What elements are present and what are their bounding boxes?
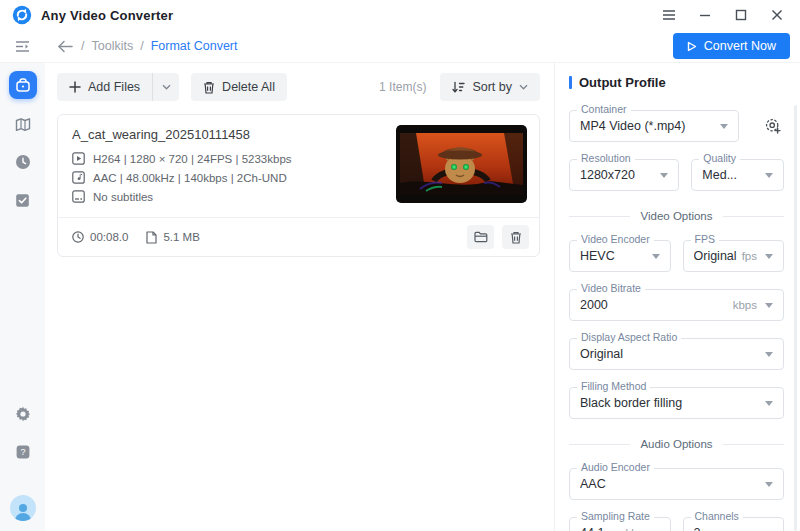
breadcrumb-current: Format Convert: [151, 39, 238, 53]
fps-value: Original: [694, 249, 738, 263]
add-files-label: Add Files: [88, 80, 140, 94]
video-encoder-label: Video Encoder: [577, 233, 654, 245]
audio-options-label: Audio Options: [640, 438, 712, 450]
resolution-value: 1280x720: [580, 168, 660, 182]
minimize-button[interactable]: [694, 5, 716, 25]
video-info-row: H264 | 1280 × 720 | 24FPS | 5233kbps: [72, 152, 386, 165]
delete-all-button[interactable]: Delete All: [191, 73, 287, 101]
channels-select[interactable]: Channels 2: [683, 517, 785, 531]
sampling-rate-value: 44.1: [580, 526, 622, 531]
open-folder-button[interactable]: [467, 225, 494, 249]
chevron-down-icon: [660, 173, 668, 178]
video-options-label: Video Options: [640, 210, 712, 222]
sidebar-item-tasks[interactable]: [10, 187, 36, 213]
file-card-footer: 00:08.0 5.1 MB: [58, 217, 539, 256]
settings-gear-icon[interactable]: [10, 401, 36, 427]
svg-text:?: ?: [20, 447, 25, 457]
container-select[interactable]: Container MP4 Video (*.mp4): [569, 110, 739, 142]
video-bitrate-input[interactable]: Video Bitrate 2000 kbps: [569, 289, 784, 321]
video-thumbnail[interactable]: [396, 125, 527, 203]
filling-method-label: Filling Method: [577, 380, 650, 392]
add-files-split-button: Add Files: [57, 73, 179, 101]
container-value: MP4 Video (*.mp4): [580, 119, 720, 133]
trash-icon: [203, 81, 215, 94]
output-profile-panel: Output Profile Container MP4 Video (*.mp…: [555, 63, 800, 531]
breadcrumb: / Toolkits / Format Convert: [81, 39, 238, 53]
audio-info-row: AAC | 48.00kHz | 140kbps | 2Ch-UND: [72, 171, 386, 184]
panel-header: Output Profile: [569, 75, 784, 90]
file-list-area: Add Files Delete All 1 Item(s) Sort by: [45, 63, 555, 531]
video-options-divider: Video Options: [569, 208, 784, 224]
delete-file-button[interactable]: [502, 225, 529, 249]
toolbox-icon: [15, 77, 31, 93]
fps-unit: fps: [742, 250, 757, 262]
filling-method-select[interactable]: Filling Method Black border filling: [569, 387, 784, 419]
video-bitrate-value: 2000: [580, 298, 729, 312]
file-duration: 00:08.0: [90, 231, 128, 243]
sidebar: ?: [0, 63, 45, 531]
sort-by-button[interactable]: Sort by: [440, 73, 540, 101]
item-count: 1 Item(s): [379, 80, 426, 94]
sidebar-item-history[interactable]: [10, 149, 36, 175]
video-encoder-select[interactable]: Video Encoder HEVC: [569, 240, 671, 272]
add-files-button[interactable]: Add Files: [57, 73, 152, 101]
quality-label: Quality: [699, 152, 740, 164]
quality-value: Med...: [702, 168, 765, 182]
video-info: H264 | 1280 × 720 | 24FPS | 5233kbps: [93, 153, 292, 165]
file-info: A_cat_wearing_202510111458 H264 | 1280 ×…: [72, 125, 386, 209]
clock-icon: [72, 231, 84, 243]
chevron-down-icon: [765, 173, 773, 178]
quality-select[interactable]: Quality Med...: [691, 159, 784, 191]
add-custom-profile-icon[interactable]: [762, 115, 784, 137]
file-item-card[interactable]: A_cat_wearing_202510111458 H264 | 1280 ×…: [57, 114, 540, 257]
scrollbar[interactable]: [794, 105, 797, 531]
breadcrumb-separator: /: [140, 39, 143, 53]
fps-label: FPS: [691, 233, 719, 245]
app-window: Any Video Converter / Toolkits: [0, 0, 800, 531]
user-avatar[interactable]: [10, 495, 36, 521]
folder-icon: [474, 231, 488, 243]
channels-value: 2: [694, 526, 766, 531]
video-encoder-value: HEVC: [580, 249, 652, 263]
convert-now-button[interactable]: Convert Now: [673, 33, 790, 59]
channels-label: Channels: [691, 510, 743, 522]
audio-encoder-value: AAC: [580, 477, 765, 491]
file-name: A_cat_wearing_202510111458: [72, 127, 386, 142]
file-icon: [146, 231, 157, 244]
audio-info: AAC | 48.00kHz | 140kbps | 2Ch-UND: [93, 172, 287, 184]
display-aspect-ratio-select[interactable]: Display Aspect Ratio Original: [569, 338, 784, 370]
chevron-down-icon: [765, 352, 773, 357]
back-arrow-icon[interactable]: [57, 40, 73, 53]
chevron-down-icon: [765, 303, 773, 308]
maximize-button[interactable]: [730, 5, 752, 25]
menu-icon[interactable]: [658, 5, 680, 25]
container-label: Container: [577, 103, 631, 115]
sidebar-collapse-icon[interactable]: [0, 40, 45, 53]
convert-now-label: Convert Now: [704, 39, 776, 53]
chevron-down-icon: [765, 254, 773, 259]
sort-by-label: Sort by: [472, 80, 512, 94]
app-logo-icon: [12, 5, 32, 25]
display-aspect-ratio-value: Original: [580, 347, 765, 361]
sampling-rate-select[interactable]: Sampling Rate 44.1 khz: [569, 517, 671, 531]
breadcrumb-separator: /: [81, 39, 84, 53]
sidebar-item-converter[interactable]: [9, 71, 37, 99]
accent-bar: [569, 76, 572, 89]
breadcrumb-toolkits[interactable]: Toolkits: [91, 39, 133, 53]
chevron-down-icon: [765, 401, 773, 406]
size-stat: 5.1 MB: [146, 231, 199, 244]
help-icon[interactable]: ?: [10, 439, 36, 465]
sort-icon: [452, 81, 465, 93]
file-actions: [467, 225, 529, 249]
trash-icon: [510, 231, 522, 244]
audio-encoder-select[interactable]: Audio Encoder AAC: [569, 468, 784, 500]
fps-select[interactable]: FPS Original fps: [683, 240, 785, 272]
sidebar-item-map[interactable]: [10, 111, 36, 137]
video-stream-icon: [72, 152, 85, 165]
audio-encoder-label: Audio Encoder: [577, 461, 654, 473]
add-files-dropdown-chevron[interactable]: [153, 73, 179, 101]
resolution-select[interactable]: Resolution 1280x720: [569, 159, 679, 191]
titlebar: Any Video Converter: [0, 0, 800, 30]
file-size: 5.1 MB: [163, 231, 199, 243]
close-button[interactable]: [766, 5, 788, 25]
